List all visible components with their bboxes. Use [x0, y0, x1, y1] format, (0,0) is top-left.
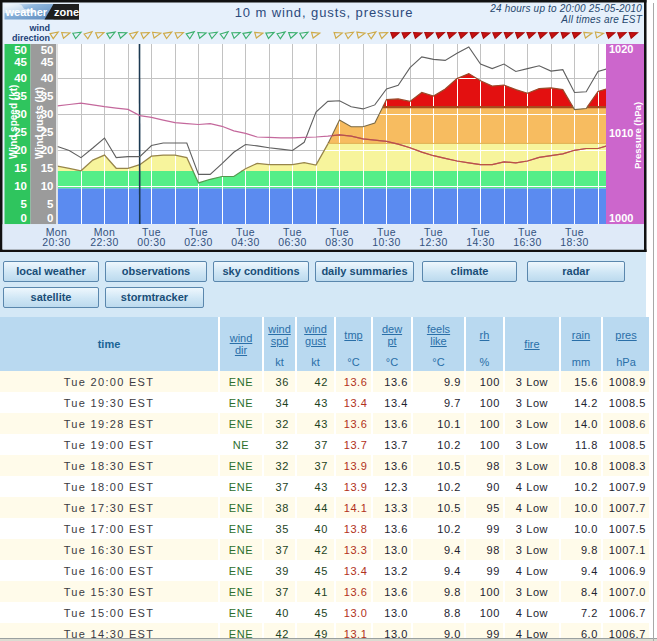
- svg-text:wind: wind: [29, 23, 51, 33]
- svg-text:10: 10: [14, 180, 27, 192]
- svg-text:45: 45: [14, 56, 27, 68]
- svg-text:45: 45: [41, 56, 54, 68]
- svg-text:Pressure (hPa): Pressure (hPa): [632, 102, 643, 169]
- svg-text:zone: zone: [54, 6, 79, 18]
- svg-text:All times are EST: All times are EST: [560, 14, 642, 25]
- svg-text:00:30: 00:30: [137, 236, 165, 248]
- svg-text:14:30: 14:30: [466, 236, 494, 248]
- svg-text:20:30: 20:30: [42, 236, 70, 248]
- svg-text:15: 15: [14, 162, 27, 174]
- svg-text:16:30: 16:30: [513, 236, 541, 248]
- svg-text:50: 50: [41, 44, 54, 56]
- svg-text:50: 50: [14, 44, 27, 56]
- svg-text:10:30: 10:30: [372, 236, 400, 248]
- svg-text:0: 0: [47, 212, 53, 224]
- svg-text:10 m wind, gusts, pressure: 10 m wind, gusts, pressure: [235, 5, 414, 20]
- svg-text:02:30: 02:30: [184, 236, 212, 248]
- svg-text:1020: 1020: [609, 43, 633, 55]
- svg-text:18:30: 18:30: [560, 236, 588, 248]
- svg-text:08:30: 08:30: [325, 236, 353, 248]
- svg-text:5: 5: [47, 198, 54, 210]
- svg-text:40: 40: [41, 72, 54, 84]
- svg-text:12:30: 12:30: [419, 236, 447, 248]
- svg-text:10: 10: [41, 180, 54, 192]
- svg-text:04:30: 04:30: [231, 236, 259, 248]
- svg-text:direction: direction: [12, 33, 50, 43]
- svg-text:0: 0: [21, 212, 27, 224]
- svg-text:5: 5: [21, 198, 28, 210]
- svg-text:06:30: 06:30: [278, 236, 306, 248]
- svg-text:Wind speed (kt): Wind speed (kt): [8, 85, 19, 159]
- svg-text:1010: 1010: [609, 127, 633, 139]
- svg-text:24 hours up to 20:00 25-05-201: 24 hours up to 20:00 25-05-2010: [489, 3, 642, 14]
- svg-text:weather: weather: [5, 6, 48, 18]
- svg-text:Wind gusts (kt): Wind gusts (kt): [34, 87, 45, 159]
- svg-text:40: 40: [14, 72, 27, 84]
- svg-text:1000: 1000: [609, 212, 633, 224]
- svg-text:22:30: 22:30: [90, 236, 118, 248]
- svg-text:15: 15: [41, 162, 54, 174]
